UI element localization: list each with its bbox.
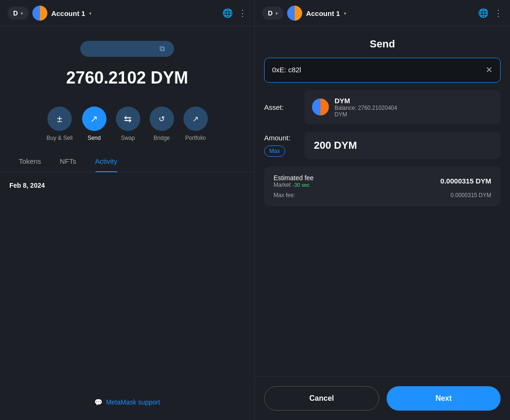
balance-amount: 2760.2102 DYM [66, 68, 188, 88]
right-panel: D ▾ Account 1 ▾ 🌐 ⋮ Send 0xE: c82l ✕ Ass… [255, 0, 510, 420]
right-network-letter: D [268, 9, 273, 17]
left-network-letter: D [13, 9, 18, 17]
right-header: D ▾ Account 1 ▾ 🌐 ⋮ [255, 0, 510, 27]
right-account-name: Account 1 [306, 9, 340, 17]
support-icon: 💬 [94, 398, 102, 406]
right-account-chevron: ▾ [344, 11, 346, 16]
action-send[interactable]: ↗ Send [82, 107, 107, 141]
right-account-avatar [287, 6, 302, 21]
asset-box[interactable]: DYM Balance: 2760.21020404 DYM [304, 90, 501, 124]
fee-value: 0.0000315 DYM [441, 177, 491, 185]
market-time: -30 sec [293, 182, 310, 188]
left-dots-icon[interactable]: ⋮ [238, 8, 247, 18]
max-fee-label: Max fee: [274, 192, 295, 199]
action-portfolio[interactable]: ↗ Portfolio [183, 107, 208, 141]
left-network-chevron: ▾ [21, 11, 23, 16]
send-title: Send [255, 27, 510, 58]
bridge-icon: ↺ [150, 107, 174, 131]
send-icon: ↗ [82, 107, 107, 131]
bridge-label: Bridge [153, 135, 170, 141]
date-label: Feb 8, 2024 [0, 172, 254, 199]
portfolio-label: Portfolio [185, 135, 206, 141]
amount-left: Amount: Max [264, 134, 297, 157]
left-account-avatar [32, 6, 47, 21]
asset-balance: Balance: 2760.21020404 DYM [335, 105, 397, 118]
right-account-info[interactable]: Account 1 ▾ [287, 6, 474, 21]
left-account-name: Account 1 [51, 9, 85, 17]
right-header-icons: 🌐 ⋮ [478, 8, 502, 18]
left-network-badge[interactable]: D ▾ [8, 7, 29, 20]
right-network-chevron: ▾ [275, 11, 278, 16]
cancel-button[interactable]: Cancel [264, 386, 379, 411]
action-buy-sell[interactable]: ± Buy & Sell [46, 107, 72, 141]
asset-info: DYM Balance: 2760.21020404 DYM [335, 97, 397, 118]
fee-box: Estimated fee Market -30 sec 0.0000315 D… [264, 167, 501, 206]
fee-left: Estimated fee Market -30 sec [274, 174, 314, 188]
address-text: 0xE: c82l [272, 65, 301, 76]
max-fee-value: 0.0000315 DYM [450, 192, 491, 199]
tab-nfts[interactable]: NFTs [60, 151, 76, 172]
tab-tokens[interactable]: Tokens [19, 151, 41, 172]
left-globe-icon[interactable]: 🌐 [222, 8, 233, 18]
market-label: Market [274, 182, 291, 188]
footer-buttons: Cancel Next [255, 376, 510, 420]
left-header-icons: 🌐 ⋮ [222, 8, 247, 18]
amount-row: Amount: Max 200 DYM [264, 132, 501, 159]
action-bridge[interactable]: ↺ Bridge [150, 107, 174, 141]
left-account-info[interactable]: Account 1 ▾ [32, 6, 219, 21]
fee-top-row: Estimated fee Market -30 sec 0.0000315 D… [274, 174, 491, 188]
send-content: 0xE: c82l ✕ Asset: DYM Balance: 2760.210… [255, 58, 510, 376]
portfolio-icon: ↗ [183, 107, 208, 131]
max-button[interactable]: Max [264, 145, 285, 157]
asset-name: DYM [335, 97, 397, 105]
right-network-badge[interactable]: D ▾ [262, 7, 283, 20]
swap-label: Swap [121, 135, 135, 141]
buy-sell-label: Buy & Sell [46, 135, 72, 141]
asset-label: Asset: [264, 103, 297, 111]
next-button[interactable]: Next [387, 386, 501, 411]
amount-value: 200 DYM [314, 139, 357, 152]
amount-label: Amount: [264, 134, 297, 142]
dym-icon [312, 99, 329, 115]
send-label: Send [88, 135, 101, 141]
action-buttons: ± Buy & Sell ↗ Send ⇆ Swap ↺ Bridge ↗ Po… [0, 97, 254, 151]
balance-section: ⧉ 2760.2102 DYM [0, 27, 254, 97]
asset-row: Asset: DYM Balance: 2760.21020404 DYM [264, 90, 501, 124]
metamask-support[interactable]: 💬 MetaMask support [94, 398, 160, 406]
right-globe-icon[interactable]: 🌐 [478, 8, 488, 18]
address-input-box[interactable]: 0xE: c82l ✕ [264, 58, 501, 83]
tab-activity[interactable]: Activity [95, 151, 118, 172]
clear-icon[interactable]: ✕ [486, 65, 493, 75]
fee-market: Market -30 sec [274, 182, 314, 188]
tabs: Tokens NFTs Activity [0, 151, 254, 172]
action-swap[interactable]: ⇆ Swap [116, 107, 140, 141]
right-dots-icon[interactable]: ⋮ [494, 8, 502, 18]
fee-bottom-row: Max fee: 0.0000315 DYM [274, 192, 491, 199]
amount-input-box[interactable]: 200 DYM [304, 132, 501, 159]
support-label: MetaMask support [106, 398, 160, 406]
left-panel: D ▾ Account 1 ▾ 🌐 ⋮ ⧉ 2760.2102 DYM ± Bu… [0, 0, 255, 420]
left-header: D ▾ Account 1 ▾ 🌐 ⋮ [0, 0, 254, 27]
swap-icon: ⇆ [116, 107, 140, 131]
buy-sell-icon: ± [47, 107, 72, 131]
copy-icon: ⧉ [160, 45, 165, 53]
left-account-chevron: ▾ [89, 11, 91, 16]
network-selector[interactable]: ⧉ [80, 41, 174, 57]
estimated-fee-label: Estimated fee [274, 174, 314, 182]
